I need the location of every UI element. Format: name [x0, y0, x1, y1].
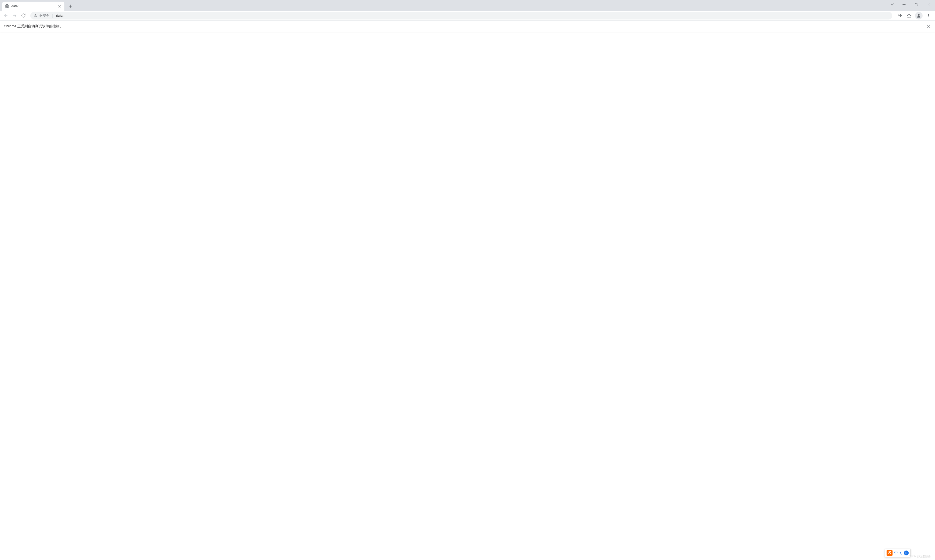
close-window-button[interactable] [923, 0, 935, 9]
url-text: data:, [56, 14, 66, 18]
ime-toolbar[interactable]: S 中 •, [885, 549, 910, 557]
menu-button[interactable] [924, 11, 933, 20]
svg-point-5 [928, 17, 929, 17]
window-controls [888, 0, 935, 9]
svg-point-2 [918, 14, 920, 16]
share-button[interactable] [895, 11, 904, 20]
ime-lang-indicator[interactable]: 中 [894, 551, 898, 555]
watermark: CSDN @五包辣条！ [909, 555, 933, 558]
tab-bar: data:, [0, 0, 935, 11]
toolbar: 不安全 | data:, [0, 11, 935, 20]
reload-button[interactable] [20, 12, 27, 20]
forward-button[interactable] [11, 12, 18, 20]
info-message: Chrome 正受到自动测试软件的控制。 [4, 24, 926, 29]
svg-point-7 [906, 552, 906, 553]
svg-point-3 [928, 14, 929, 15]
svg-point-4 [928, 15, 929, 16]
tab-close-button[interactable] [57, 4, 62, 8]
security-label: 不安全 [39, 13, 49, 18]
ime-emoji-icon[interactable] [904, 551, 909, 555]
minimize-button[interactable] [898, 0, 910, 9]
svg-point-6 [905, 551, 908, 555]
divider: | [52, 13, 53, 18]
ime-punct-indicator[interactable]: •, [900, 551, 902, 555]
svg-rect-1 [915, 3, 917, 6]
automation-info-bar: Chrome 正受到自动测试软件的控制。 [0, 20, 935, 32]
warning-icon [34, 14, 37, 18]
tab-title: data:, [11, 4, 55, 8]
toolbar-right [895, 11, 933, 20]
globe-icon [5, 4, 9, 8]
svg-point-8 [907, 552, 907, 553]
tab-search-button[interactable] [888, 0, 897, 8]
bookmark-button[interactable] [905, 11, 913, 20]
back-button[interactable] [2, 12, 10, 20]
address-bar[interactable]: 不安全 | data:, [30, 12, 892, 20]
profile-button[interactable] [915, 12, 923, 20]
info-close-button[interactable] [926, 23, 931, 29]
security-indicator: 不安全 [34, 13, 49, 18]
maximize-button[interactable] [910, 0, 923, 9]
ime-logo-icon[interactable]: S [887, 550, 892, 556]
browser-tab[interactable]: data:, [2, 2, 65, 11]
new-tab-button[interactable] [66, 2, 74, 10]
